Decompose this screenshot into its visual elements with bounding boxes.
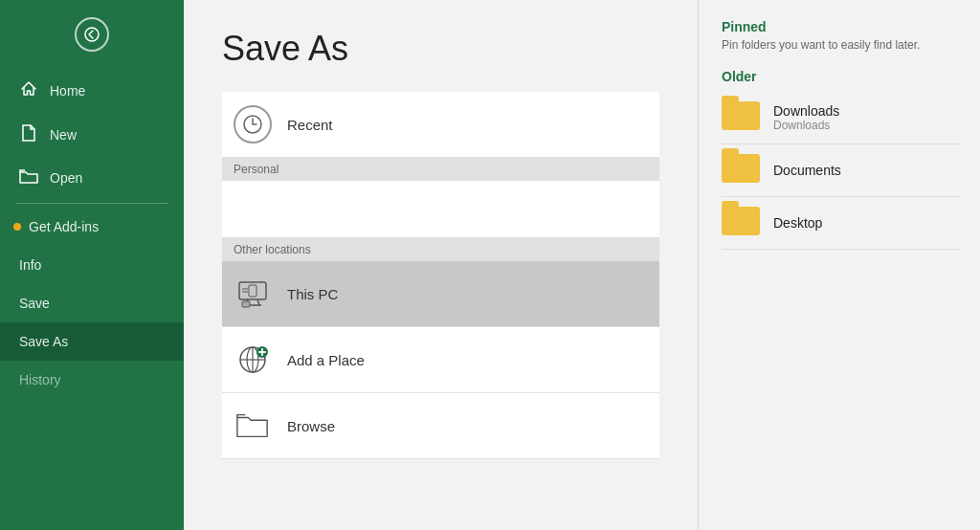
sidebar-save-label: Save xyxy=(19,296,50,311)
folder-documents-text: Documents xyxy=(773,163,841,178)
new-icon xyxy=(19,124,38,145)
svg-line-4 xyxy=(257,299,259,305)
browse-icon xyxy=(234,407,272,445)
location-item-this-pc[interactable]: This PC xyxy=(222,261,659,327)
sidebar-home-label: Home xyxy=(50,83,85,99)
folder-downloads-icon xyxy=(722,101,760,134)
sidebar-new-label: New xyxy=(50,127,77,143)
folder-desktop-name: Desktop xyxy=(773,215,822,231)
sidebar-item-get-addins[interactable]: Get Add-ins xyxy=(0,208,184,246)
pinned-title: Pinned xyxy=(722,19,961,34)
folder-item-desktop[interactable]: Desktop xyxy=(722,197,961,250)
page-title: Save As xyxy=(222,29,659,69)
svg-rect-7 xyxy=(249,285,256,297)
folder-desktop-text: Desktop xyxy=(773,215,822,231)
sidebar-history-label: History xyxy=(19,372,61,387)
home-icon xyxy=(19,80,38,101)
svg-point-0 xyxy=(85,28,99,41)
sidebar-item-save-as[interactable]: Save As xyxy=(0,322,184,361)
add-place-icon xyxy=(234,341,272,379)
folder-downloads-text: Downloads Downloads xyxy=(773,103,839,132)
add-place-label: Add a Place xyxy=(287,352,365,368)
folder-downloads-name: Downloads xyxy=(773,103,839,119)
svg-rect-6 xyxy=(242,301,250,307)
folder-item-downloads[interactable]: Downloads Downloads xyxy=(722,92,961,144)
back-button[interactable] xyxy=(0,0,184,69)
addins-dot xyxy=(13,223,21,231)
locations-panel: Recent Personal Other locations This xyxy=(222,92,659,511)
sidebar-addins-label: Get Add-ins xyxy=(29,219,99,234)
folder-documents-name: Documents xyxy=(773,163,841,178)
folder-desktop-icon xyxy=(722,207,760,239)
sidebar-item-history[interactable]: History xyxy=(0,361,184,399)
folder-item-documents[interactable]: Documents xyxy=(722,144,961,197)
open-icon xyxy=(19,168,38,188)
sidebar-item-new[interactable]: New xyxy=(0,113,184,157)
this-pc-label: This PC xyxy=(287,286,338,302)
sidebar-info-label: Info xyxy=(19,257,41,273)
back-circle-icon[interactable] xyxy=(75,17,109,52)
pinned-desc: Pin folders you want to easily find late… xyxy=(722,38,961,52)
folder-documents-icon xyxy=(722,154,760,187)
sidebar-open-label: Open xyxy=(50,170,82,186)
browse-label: Browse xyxy=(287,418,335,434)
sidebar-divider xyxy=(15,203,168,204)
location-item-recent[interactable]: Recent xyxy=(222,92,659,158)
personal-section-label: Personal xyxy=(222,158,659,181)
sidebar-item-open[interactable]: Open xyxy=(0,157,184,199)
recent-label: Recent xyxy=(287,117,333,133)
sidebar: Home New Open Get Add-ins Info Save Save xyxy=(0,0,184,530)
main-content: Save As Recent Personal Other locations xyxy=(184,0,698,530)
sidebar-item-home[interactable]: Home xyxy=(0,69,184,113)
sidebar-item-info[interactable]: Info xyxy=(0,246,184,284)
this-pc-icon xyxy=(234,275,272,313)
sidebar-item-save[interactable]: Save xyxy=(0,284,184,322)
folder-downloads-sub: Downloads xyxy=(773,119,839,132)
recent-icon xyxy=(234,105,272,144)
location-item-browse[interactable]: Browse xyxy=(222,393,659,459)
right-panel: Pinned Pin folders you want to easily fi… xyxy=(698,0,980,530)
other-locations-label: Other locations xyxy=(222,238,659,261)
older-title: Older xyxy=(722,69,961,84)
location-item-add-place[interactable]: Add a Place xyxy=(222,327,659,393)
sidebar-saveas-label: Save As xyxy=(19,334,68,349)
